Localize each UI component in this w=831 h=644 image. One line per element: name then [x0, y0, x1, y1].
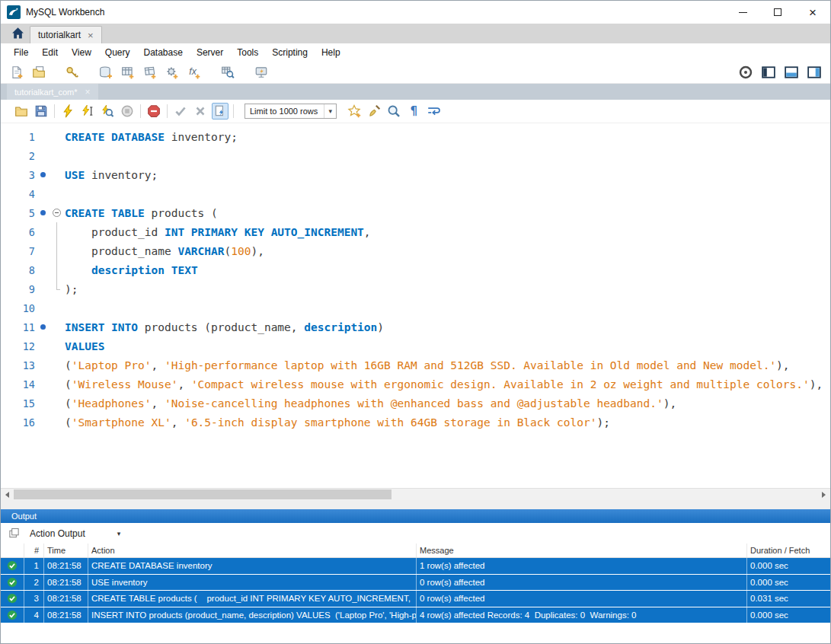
- reconnect-dbms-icon[interactable]: [253, 64, 270, 81]
- toggle-left-sidebar-icon[interactable]: [760, 64, 777, 81]
- execute-script-icon[interactable]: [59, 103, 76, 120]
- menu-server[interactable]: Server: [190, 47, 230, 58]
- output-row[interactable]: 208:21:58USE inventory0 row(s) affected0…: [1, 575, 830, 591]
- output-row[interactable]: 308:21:58CREATE TABLE products ( product…: [1, 591, 830, 607]
- toggle-right-sidebar-icon[interactable]: [806, 64, 823, 81]
- menu-help[interactable]: Help: [315, 47, 347, 58]
- close-tab-icon[interactable]: ×: [88, 30, 94, 40]
- code-line[interactable]: 7 product_name VARCHAR(100),: [1, 241, 830, 260]
- menu-query[interactable]: Query: [98, 47, 137, 58]
- pilcrow-glyph: ¶: [410, 104, 417, 118]
- code-text: ('Wireless Mouse', 'Compact wireless mou…: [65, 378, 823, 391]
- create-table-icon[interactable]: [120, 64, 136, 81]
- explain-icon[interactable]: [99, 103, 116, 120]
- code-text: CREATE DATABASE inventory;: [65, 131, 238, 143]
- code-line[interactable]: 11INSERT INTO products (product_name, de…: [1, 317, 830, 336]
- output-action-cell: INSERT INTO products (product_name, desc…: [88, 607, 416, 623]
- editor-tab-label: tutorialkart_com*: [14, 88, 78, 97]
- inspector-key-icon[interactable]: [64, 64, 81, 81]
- open-sql-script-icon[interactable]: [30, 64, 47, 81]
- rollback-icon[interactable]: [192, 103, 209, 120]
- scrollbar-track[interactable]: [14, 489, 817, 500]
- fold-collapse-icon[interactable]: [53, 209, 61, 217]
- limit-rows-select[interactable]: Limit to 1000 rows▾: [245, 104, 337, 119]
- wrap-text-icon[interactable]: [425, 103, 442, 120]
- search-table-data-icon[interactable]: [219, 64, 236, 81]
- menu-tools[interactable]: Tools: [230, 47, 265, 58]
- editor-tab[interactable]: tutorialkart_com* ×: [7, 84, 98, 100]
- notification-icon[interactable]: [737, 64, 754, 81]
- column-header-action[interactable]: Action: [88, 544, 416, 557]
- code-line[interactable]: 16('Smartphone XL', '6.5-inch display sm…: [1, 413, 830, 432]
- fold-column: [49, 241, 65, 260]
- output-panel-title: Output: [11, 512, 37, 521]
- column-header-duration-fetch[interactable]: Duration / Fetch: [746, 544, 830, 557]
- code-line[interactable]: 12VALUES: [1, 336, 830, 355]
- create-function-icon[interactable]: fx: [186, 64, 203, 81]
- code-line[interactable]: 5CREATE TABLE products (: [1, 203, 830, 222]
- code-line[interactable]: 3USE inventory;: [1, 165, 830, 184]
- menu-scripting[interactable]: Scripting: [265, 47, 315, 58]
- code-line[interactable]: 1CREATE DATABASE inventory;: [1, 127, 830, 146]
- sql-editor[interactable]: 1CREATE DATABASE inventory;23USE invento…: [1, 123, 830, 488]
- commit-icon[interactable]: [172, 103, 189, 120]
- menu-file[interactable]: File: [7, 47, 35, 58]
- code-line[interactable]: 4: [1, 184, 830, 203]
- code-line[interactable]: 15('Headphones', 'Noise-cancelling headp…: [1, 394, 830, 413]
- code-line[interactable]: 14('Wireless Mouse', 'Compact wireless m…: [1, 375, 830, 394]
- open-script-icon[interactable]: [13, 103, 30, 120]
- scroll-left-button[interactable]: [1, 489, 14, 500]
- close-editor-tab-icon[interactable]: ×: [85, 87, 91, 97]
- output-row[interactable]: 408:21:58INSERT INTO products (product_n…: [1, 607, 830, 624]
- line-number: 7: [1, 245, 37, 257]
- minimize-button[interactable]: [725, 1, 760, 24]
- toggle-output-area-icon[interactable]: [783, 64, 800, 81]
- menu-database[interactable]: Database: [137, 47, 190, 58]
- maximize-button[interactable]: [760, 1, 795, 24]
- output-message-cell: 4 row(s) affected Records: 4 Duplicates:…: [416, 607, 746, 623]
- scrollbar-thumb[interactable]: [14, 489, 392, 499]
- statement-marker-column: [37, 210, 49, 215]
- code-line[interactable]: 9);: [1, 279, 830, 298]
- toggle-autocommit-icon[interactable]: [212, 103, 229, 120]
- execute-statement-icon[interactable]: [79, 103, 96, 120]
- code-text: product_id INT PRIMARY KEY AUTO_INCREMEN…: [65, 226, 371, 238]
- code-text: description TEXT: [65, 264, 198, 276]
- save-script-icon[interactable]: [33, 103, 50, 120]
- connection-tab[interactable]: tutorialkart ×: [30, 26, 102, 43]
- scroll-right-button[interactable]: [817, 489, 830, 500]
- panel-splitter[interactable]: [1, 500, 830, 509]
- column-header-message[interactable]: Message: [416, 544, 746, 557]
- code-line[interactable]: 6 product_id INT PRIMARY KEY AUTO_INCREM…: [1, 222, 830, 241]
- close-button[interactable]: ×: [795, 1, 830, 24]
- new-sql-tab-icon[interactable]: [8, 64, 25, 81]
- invisible-characters-icon[interactable]: ¶: [405, 103, 422, 120]
- code-line[interactable]: 2: [1, 146, 830, 165]
- code-line[interactable]: 8 description TEXT: [1, 260, 830, 279]
- line-number: 9: [1, 283, 37, 295]
- beautify-icon[interactable]: [366, 103, 382, 120]
- scroll-right-arrow-icon: [822, 492, 826, 498]
- scroll-left-arrow-icon: [5, 492, 9, 498]
- create-schema-icon[interactable]: [97, 64, 114, 81]
- home-tab[interactable]: [5, 25, 30, 43]
- code-line[interactable]: 10: [1, 298, 830, 317]
- column-header-time[interactable]: Time: [43, 544, 88, 557]
- menu-view[interactable]: View: [65, 47, 98, 58]
- find-icon[interactable]: [385, 103, 402, 120]
- stop-icon[interactable]: [119, 103, 136, 120]
- code-line[interactable]: 13('Laptop Pro', 'High-performance lapto…: [1, 355, 830, 375]
- line-number: 4: [1, 188, 37, 200]
- toggle-stop-on-error-icon[interactable]: [145, 103, 162, 120]
- save-snippet-icon[interactable]: [346, 103, 363, 120]
- output-message-cell: 0 row(s) affected: [416, 591, 746, 607]
- column-header-#[interactable]: #: [24, 544, 43, 557]
- code-text: ('Smartphone XL', '6.5-inch display smar…: [65, 416, 610, 429]
- horizontal-scrollbar[interactable]: [1, 488, 830, 500]
- menu-edit[interactable]: Edit: [35, 47, 65, 58]
- output-row[interactable]: 108:21:58CREATE DATABASE inventory1 row(…: [1, 558, 830, 575]
- output-view-select[interactable]: Action Output ▾: [27, 527, 123, 540]
- line-number: 12: [1, 340, 37, 352]
- create-view-icon[interactable]: [142, 64, 158, 81]
- create-procedure-icon[interactable]: [164, 64, 181, 81]
